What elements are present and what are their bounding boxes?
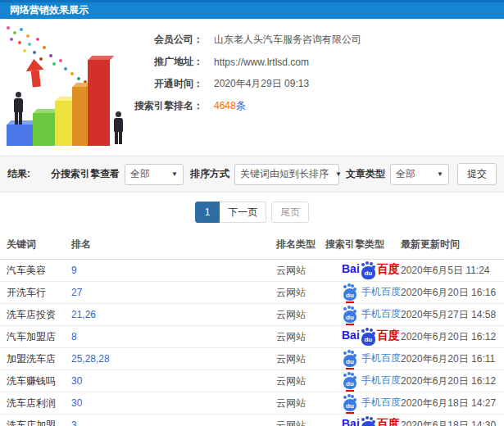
rank-count-label: 搜索引擎排名： xyxy=(131,99,203,113)
column-header-rank: 排名 xyxy=(71,233,276,260)
rank-value[interactable]: 30 xyxy=(71,397,82,409)
next-page-button[interactable]: 下一页 xyxy=(220,202,266,223)
submit-button[interactable]: 提交 xyxy=(457,163,497,185)
column-header-updated: 最新更新时间 xyxy=(401,233,504,260)
promo-url-label: 推广地址： xyxy=(131,55,203,69)
mobile-baidu-logo: du手机百度 xyxy=(342,286,401,297)
updated-time-cell: 2020年6月20日 16:12 xyxy=(401,370,504,392)
rank-value[interactable]: 8 xyxy=(71,331,77,342)
baidu-paw-icon: du xyxy=(361,421,375,426)
mobile-baidu-label: 手机百度 xyxy=(361,374,401,386)
bar-chart-illustration xyxy=(0,23,131,151)
pagination: 1下一页尾页 xyxy=(0,202,504,224)
article-type-selected-value: 全部 xyxy=(396,167,415,181)
rank-type-cell: 云网站 xyxy=(276,260,325,282)
search-engine-cell: Baidu百度 du手机百度 xyxy=(325,415,401,426)
baidu-paw-icon: du xyxy=(343,288,356,301)
result-label: 结果: xyxy=(7,167,30,181)
company-label: 会员公司： xyxy=(131,33,203,47)
search-engine-cell: Baidu百度 du手机百度 xyxy=(325,392,401,415)
baidu-paw-icon: du xyxy=(343,377,356,389)
engine-filter-selected-value: 全部 xyxy=(130,167,150,181)
up-arrow-icon xyxy=(25,58,45,88)
last-page-button[interactable]: 尾页 xyxy=(271,202,309,223)
page-title: 网络营销效果展示 xyxy=(10,4,89,16)
table-row: 洗车店加盟 3 云网站 Baidu百度 du手机百度 2020年6月18日 14… xyxy=(0,415,504,426)
rank-cell: 8 xyxy=(71,326,276,348)
table-row: 加盟洗车店 25,28,28 云网站 Baidu百度 du手机百度 2020年6… xyxy=(0,348,504,370)
updated-time-cell: 2020年5月27日 14:58 xyxy=(401,304,504,326)
rank-cell: 9 xyxy=(71,260,276,282)
search-engine-cell: Baidu百度 du手机百度 xyxy=(325,348,401,370)
engine-filter-select[interactable]: 全部 ▼ xyxy=(125,164,184,185)
rank-value[interactable]: 9 xyxy=(71,265,77,276)
rank-type-cell: 云网站 xyxy=(276,392,325,415)
updated-time-cell: 2020年6月20日 16:16 xyxy=(401,282,504,304)
table-row: 洗车店利润 30 云网站 Baidu百度 du手机百度 2020年6月18日 1… xyxy=(0,392,504,415)
open-time-value: 2020年4月29日 09:13 xyxy=(214,77,309,91)
rank-value[interactable]: 27 xyxy=(71,287,82,298)
baidu-logo: Baidu百度 xyxy=(342,262,400,275)
chevron-down-icon: ▼ xyxy=(335,170,342,178)
rank-count-value: 4648条 xyxy=(214,99,246,113)
rank-cell: 30 xyxy=(71,392,276,415)
rank-type-cell: 云网站 xyxy=(276,304,325,326)
chart-bar-green xyxy=(33,113,57,146)
businessman-figure-right xyxy=(111,111,125,144)
engine-filter-label: 分搜索引擎查看 xyxy=(51,167,120,181)
updated-time-cell: 2020年6月18日 14:27 xyxy=(401,392,504,415)
promo-url-row: 推广地址： https://www.lrtlsd.com xyxy=(131,51,361,73)
baidu-logo: Baidu百度 xyxy=(342,417,400,426)
rank-type-cell: 云网站 xyxy=(276,282,325,304)
chevron-down-icon: ▼ xyxy=(437,170,443,178)
rank-cell: 25,28,28 xyxy=(71,348,276,370)
baidu-paw-icon: du xyxy=(343,399,356,411)
column-header-keyword: 关键词 xyxy=(0,233,71,260)
keyword-cell: 洗车店利润 xyxy=(0,392,71,415)
rank-type-cell: 云网站 xyxy=(276,370,325,392)
updated-time-cell: 2020年6月20日 16:11 xyxy=(401,348,504,370)
keyword-cell: 洗车赚钱吗 xyxy=(0,370,71,392)
mobile-baidu-logo: du手机百度 xyxy=(342,352,401,364)
company-link[interactable]: 山东老人头汽车服务咨询有限公司 xyxy=(214,33,361,47)
sort-selected-value: 关键词由短到长排序 xyxy=(240,167,329,181)
filter-bar: 结果: 分搜索引擎查看 全部 ▼ 排序方式 关键词由短到长排序 ▼ 文章类型 全… xyxy=(0,156,504,193)
search-engine-cell: Baidu百度 du手机百度 xyxy=(325,260,401,282)
keyword-cell: 汽车加盟店 xyxy=(0,326,71,348)
article-type-select[interactable]: 全部 ▼ xyxy=(390,164,449,185)
keyword-cell: 汽车美容 xyxy=(0,260,71,282)
rank-type-cell: 云网站 xyxy=(276,348,325,370)
baidu-paw-icon: du xyxy=(361,333,375,346)
businessman-figure-left xyxy=(11,92,25,125)
sort-select[interactable]: 关键词由短到长排序 ▼ xyxy=(234,164,339,185)
rank-cell: 30 xyxy=(71,370,276,392)
mobile-baidu-label: 手机百度 xyxy=(361,397,401,408)
chart-bar-blue xyxy=(7,125,34,146)
keyword-rank-table: 关键词 排名 排名类型 搜索引擎类型 最新更新时间 汽车美容 9 云网站 Bai… xyxy=(0,233,504,426)
table-row: 开洗车行 27 云网站 Baidu百度 du手机百度 2020年6月20日 16… xyxy=(0,282,504,304)
page-button-current[interactable]: 1 xyxy=(195,202,220,223)
updated-time-cell: 2020年6月18日 14:30 xyxy=(401,415,504,426)
open-time-row: 开通时间： 2020年4月29日 09:13 xyxy=(131,73,361,95)
rank-value[interactable]: 21,26 xyxy=(71,309,96,320)
page-title-bar: 网络营销效果展示 xyxy=(0,0,504,19)
rank-value[interactable]: 30 xyxy=(71,375,82,387)
member-info-section: 会员公司： 山东老人头汽车服务咨询有限公司 推广地址： https://www.… xyxy=(0,19,504,156)
table-row: 洗车赚钱吗 30 云网站 Baidu百度 du手机百度 2020年6月20日 1… xyxy=(0,370,504,392)
mobile-baidu-logo: du手机百度 xyxy=(342,397,401,408)
search-engine-cell: Baidu百度 du手机百度 xyxy=(325,282,401,304)
mobile-baidu-label: 手机百度 xyxy=(361,286,401,297)
keyword-cell: 洗车店加盟 xyxy=(0,415,71,426)
chart-bar-red xyxy=(88,60,110,146)
table-row: 汽车加盟店 8 云网站 Baidu百度 du手机百度 2020年6月20日 16… xyxy=(0,326,504,348)
rank-value[interactable]: 25,28,28 xyxy=(71,353,110,365)
promo-url-link[interactable]: https://www.lrtlsd.com xyxy=(214,57,309,68)
mobile-baidu-logo: du手机百度 xyxy=(342,308,401,320)
column-header-engine-type: 搜索引擎类型 xyxy=(325,233,401,260)
search-engine-cell: Baidu百度 du手机百度 xyxy=(325,304,401,326)
rank-value[interactable]: 3 xyxy=(71,419,77,426)
sort-label: 排序方式 xyxy=(190,167,229,181)
rank-cell: 27 xyxy=(71,282,276,304)
baidu-paw-icon: du xyxy=(343,355,356,367)
table-header-row: 关键词 排名 排名类型 搜索引擎类型 最新更新时间 xyxy=(0,233,504,260)
